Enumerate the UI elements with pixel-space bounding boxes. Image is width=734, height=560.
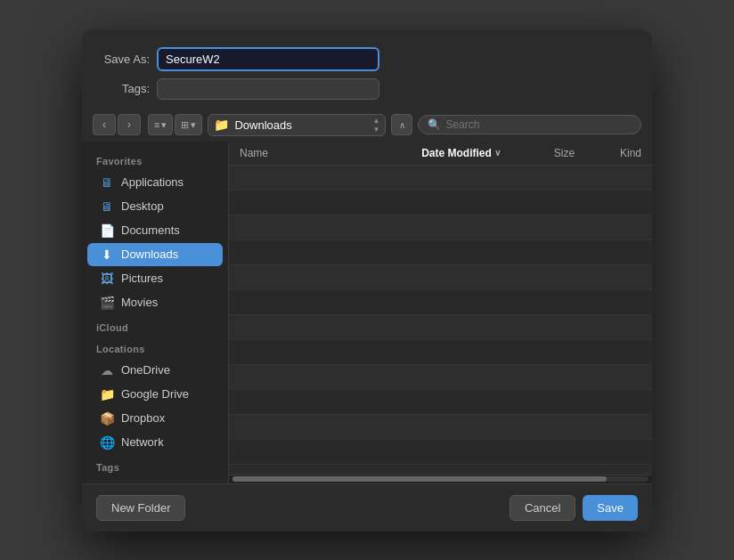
table-row — [229, 290, 652, 315]
content-area: Favorites 🖥 Applications 🖥 Desktop 📄 Doc… — [82, 142, 652, 483]
tags-input[interactable] — [157, 78, 379, 100]
favorites-section-label: Favorites — [82, 149, 228, 170]
table-row — [229, 315, 652, 340]
save-as-input[interactable] — [157, 47, 379, 71]
col-header-kind[interactable]: Kind — [620, 147, 641, 159]
search-icon: 🔍 — [428, 118, 441, 131]
location-name: Downloads — [234, 118, 367, 132]
sidebar-item-label: Dropbox — [121, 411, 165, 425]
documents-icon: 📄 — [100, 223, 114, 238]
table-row — [229, 365, 652, 390]
location-folder-icon: 📁 — [214, 118, 229, 132]
table-row — [229, 390, 652, 415]
movies-icon: 🎬 — [100, 296, 114, 310]
sidebar-item-movies[interactable]: 🎬 Movies — [87, 291, 223, 314]
network-icon: 🌐 — [100, 435, 114, 450]
sidebar: Favorites 🖥 Applications 🖥 Desktop 📄 Doc… — [82, 142, 229, 483]
dialog-header: Save As: Tags: — [82, 29, 652, 109]
dialog-footer: New Folder Cancel Save — [82, 483, 652, 532]
search-box: 🔍 — [418, 115, 641, 134]
locations-section-label: Locations — [82, 337, 228, 358]
sidebar-item-documents[interactable]: 📄 Documents — [87, 219, 223, 242]
grid-view-arrow: ▾ — [191, 119, 196, 131]
sidebar-item-label: Google Drive — [121, 387, 189, 401]
search-input[interactable] — [445, 118, 632, 131]
horizontal-scrollbar[interactable] — [229, 475, 652, 483]
list-view-arrow: ▾ — [161, 119, 167, 131]
table-row — [229, 340, 652, 365]
file-rows — [229, 166, 652, 475]
new-folder-button[interactable]: New Folder — [96, 495, 185, 521]
sort-arrow-icon: ∨ — [494, 148, 501, 158]
grid-view-button[interactable]: ⊞ ▾ — [175, 114, 202, 135]
col-date-label: Date Modified — [421, 147, 492, 159]
scrollbar-thumb[interactable] — [232, 476, 607, 482]
onedrive-icon: ☁ — [100, 363, 114, 377]
forward-button[interactable]: › — [118, 114, 141, 135]
sidebar-item-network[interactable]: 🌐 Network — [87, 431, 223, 454]
sidebar-item-label: Pictures — [121, 272, 163, 285]
sidebar-item-desktop[interactable]: 🖥 Desktop — [87, 195, 223, 218]
sidebar-item-applications[interactable]: 🖥 Applications — [87, 171, 223, 194]
location-arrows: ▲ ▼ — [373, 117, 380, 134]
sidebar-item-label: Network — [121, 435, 164, 449]
tags-section-label: Tags — [82, 455, 228, 476]
col-kind-label: Kind — [620, 147, 641, 159]
save-as-row: Save As: — [100, 47, 634, 71]
table-row — [229, 265, 652, 290]
toolbar: ‹ › ≡ ▾ ⊞ ▾ 📁 Downloads ▲ ▼ ∧ 🔍 — [82, 109, 652, 142]
file-list-header: Name Date Modified ∨ Size Kind — [229, 142, 652, 166]
expand-button[interactable]: ∧ — [391, 114, 412, 135]
sidebar-item-onedrive[interactable]: ☁ OneDrive — [87, 359, 223, 382]
col-size-label: Size — [554, 147, 575, 159]
sidebar-item-label: Desktop — [121, 199, 164, 213]
col-header-name[interactable]: Name — [240, 147, 421, 159]
save-as-label: Save As: — [100, 53, 150, 66]
back-button[interactable]: ‹ — [93, 114, 116, 135]
file-list: Name Date Modified ∨ Size Kind — [229, 142, 652, 483]
sidebar-item-label: Applications — [121, 175, 184, 189]
sidebar-item-label: Documents — [121, 223, 180, 237]
scrollbar-track — [232, 476, 648, 482]
icloud-section-label: iCloud — [82, 315, 228, 337]
save-dialog: Save As: Tags: ‹ › ≡ ▾ ⊞ ▾ 📁 Downloads — [82, 29, 652, 532]
sidebar-item-label: Movies — [121, 296, 158, 309]
google-drive-icon: 📁 — [100, 387, 114, 402]
table-row — [229, 240, 652, 265]
footer-right: Cancel Save — [510, 495, 638, 521]
list-view-button[interactable]: ≡ ▾ — [148, 114, 173, 135]
table-row — [229, 440, 652, 465]
cancel-button[interactable]: Cancel — [510, 495, 575, 521]
save-button[interactable]: Save — [583, 495, 638, 521]
sidebar-item-pictures[interactable]: 🖼 Pictures — [87, 267, 223, 290]
tags-label: Tags: — [100, 82, 150, 95]
col-header-date-modified[interactable]: Date Modified ∨ — [421, 147, 554, 159]
dropbox-icon: 📦 — [100, 411, 114, 426]
desktop-icon: 🖥 — [100, 199, 114, 214]
table-row — [229, 415, 652, 440]
sidebar-item-label: Downloads — [121, 248, 178, 261]
table-row — [229, 191, 652, 215]
table-row — [229, 215, 652, 240]
col-name-label: Name — [240, 147, 268, 159]
view-buttons: ≡ ▾ ⊞ ▾ — [148, 114, 202, 135]
nav-buttons: ‹ › — [93, 114, 141, 135]
table-row — [229, 166, 652, 191]
location-selector[interactable]: 📁 Downloads ▲ ▼ — [208, 114, 386, 136]
grid-view-icon: ⊞ — [181, 119, 189, 131]
list-view-icon: ≡ — [154, 119, 159, 130]
tags-row: Tags: — [100, 78, 634, 100]
sidebar-item-downloads[interactable]: ⬇ Downloads — [87, 243, 223, 266]
pictures-icon: 🖼 — [100, 272, 114, 286]
sidebar-item-label: OneDrive — [121, 363, 170, 377]
col-header-size[interactable]: Size — [554, 147, 620, 159]
sidebar-item-google-drive[interactable]: 📁 Google Drive — [87, 383, 223, 406]
downloads-icon: ⬇ — [100, 248, 114, 262]
applications-icon: 🖥 — [100, 175, 114, 190]
sidebar-item-dropbox[interactable]: 📦 Dropbox — [87, 407, 223, 430]
